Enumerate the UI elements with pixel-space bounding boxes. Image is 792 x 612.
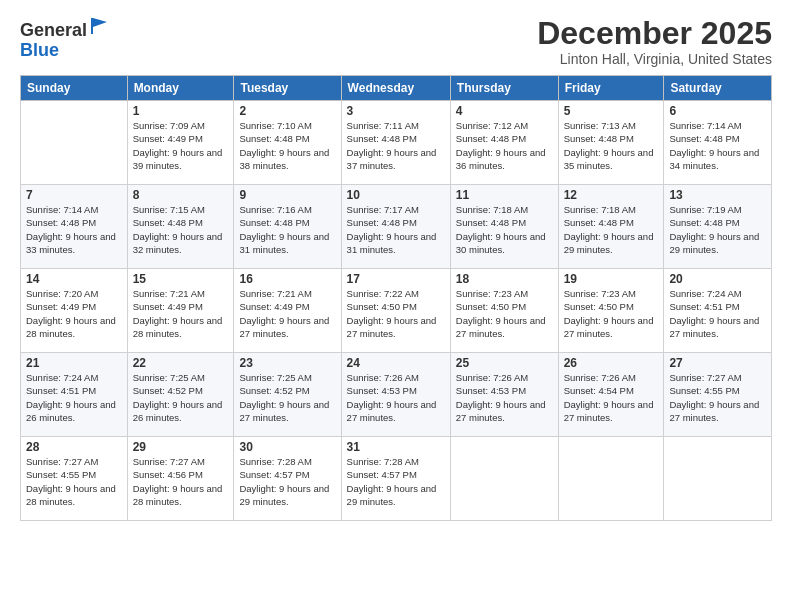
calendar-table: Sunday Monday Tuesday Wednesday Thursday… <box>20 75 772 521</box>
table-row: 9Sunrise: 7:16 AMSunset: 4:48 PMDaylight… <box>234 185 341 269</box>
day-number: 8 <box>133 188 229 202</box>
day-info: Sunrise: 7:14 AMSunset: 4:48 PMDaylight:… <box>26 204 116 255</box>
day-number: 14 <box>26 272 122 286</box>
table-row: 11Sunrise: 7:18 AMSunset: 4:48 PMDayligh… <box>450 185 558 269</box>
day-info: Sunrise: 7:18 AMSunset: 4:48 PMDaylight:… <box>456 204 546 255</box>
day-number: 22 <box>133 356 229 370</box>
day-number: 21 <box>26 356 122 370</box>
table-row <box>450 437 558 521</box>
table-row: 4Sunrise: 7:12 AMSunset: 4:48 PMDaylight… <box>450 101 558 185</box>
day-info: Sunrise: 7:15 AMSunset: 4:48 PMDaylight:… <box>133 204 223 255</box>
col-tuesday: Tuesday <box>234 76 341 101</box>
day-number: 23 <box>239 356 335 370</box>
table-row: 1Sunrise: 7:09 AMSunset: 4:49 PMDaylight… <box>127 101 234 185</box>
page: General Blue December 2025 Linton Hall, … <box>0 0 792 612</box>
table-row: 2Sunrise: 7:10 AMSunset: 4:48 PMDaylight… <box>234 101 341 185</box>
table-row: 18Sunrise: 7:23 AMSunset: 4:50 PMDayligh… <box>450 269 558 353</box>
table-row: 17Sunrise: 7:22 AMSunset: 4:50 PMDayligh… <box>341 269 450 353</box>
table-row: 8Sunrise: 7:15 AMSunset: 4:48 PMDaylight… <box>127 185 234 269</box>
day-number: 3 <box>347 104 445 118</box>
day-info: Sunrise: 7:09 AMSunset: 4:49 PMDaylight:… <box>133 120 223 171</box>
day-number: 30 <box>239 440 335 454</box>
month-title: December 2025 <box>537 16 772 51</box>
table-row: 6Sunrise: 7:14 AMSunset: 4:48 PMDaylight… <box>664 101 772 185</box>
day-info: Sunrise: 7:24 AMSunset: 4:51 PMDaylight:… <box>26 372 116 423</box>
title-block: December 2025 Linton Hall, Virginia, Uni… <box>537 16 772 67</box>
day-number: 24 <box>347 356 445 370</box>
table-row: 22Sunrise: 7:25 AMSunset: 4:52 PMDayligh… <box>127 353 234 437</box>
calendar-header-row: Sunday Monday Tuesday Wednesday Thursday… <box>21 76 772 101</box>
day-number: 20 <box>669 272 766 286</box>
day-info: Sunrise: 7:28 AMSunset: 4:57 PMDaylight:… <box>239 456 329 507</box>
day-number: 12 <box>564 188 659 202</box>
logo: General Blue <box>20 16 109 61</box>
table-row: 3Sunrise: 7:11 AMSunset: 4:48 PMDaylight… <box>341 101 450 185</box>
col-saturday: Saturday <box>664 76 772 101</box>
day-info: Sunrise: 7:10 AMSunset: 4:48 PMDaylight:… <box>239 120 329 171</box>
day-number: 2 <box>239 104 335 118</box>
table-row: 30Sunrise: 7:28 AMSunset: 4:57 PMDayligh… <box>234 437 341 521</box>
day-info: Sunrise: 7:24 AMSunset: 4:51 PMDaylight:… <box>669 288 759 339</box>
day-info: Sunrise: 7:23 AMSunset: 4:50 PMDaylight:… <box>564 288 654 339</box>
table-row: 19Sunrise: 7:23 AMSunset: 4:50 PMDayligh… <box>558 269 664 353</box>
day-number: 11 <box>456 188 553 202</box>
day-info: Sunrise: 7:28 AMSunset: 4:57 PMDaylight:… <box>347 456 437 507</box>
calendar-week-row: 1Sunrise: 7:09 AMSunset: 4:49 PMDaylight… <box>21 101 772 185</box>
day-info: Sunrise: 7:18 AMSunset: 4:48 PMDaylight:… <box>564 204 654 255</box>
day-info: Sunrise: 7:23 AMSunset: 4:50 PMDaylight:… <box>456 288 546 339</box>
table-row: 26Sunrise: 7:26 AMSunset: 4:54 PMDayligh… <box>558 353 664 437</box>
day-number: 29 <box>133 440 229 454</box>
day-info: Sunrise: 7:27 AMSunset: 4:55 PMDaylight:… <box>26 456 116 507</box>
day-number: 31 <box>347 440 445 454</box>
day-number: 4 <box>456 104 553 118</box>
day-number: 19 <box>564 272 659 286</box>
day-info: Sunrise: 7:21 AMSunset: 4:49 PMDaylight:… <box>239 288 329 339</box>
logo-general-text: General <box>20 20 87 40</box>
day-number: 27 <box>669 356 766 370</box>
day-info: Sunrise: 7:20 AMSunset: 4:49 PMDaylight:… <box>26 288 116 339</box>
day-number: 18 <box>456 272 553 286</box>
table-row: 21Sunrise: 7:24 AMSunset: 4:51 PMDayligh… <box>21 353 128 437</box>
col-sunday: Sunday <box>21 76 128 101</box>
day-info: Sunrise: 7:26 AMSunset: 4:54 PMDaylight:… <box>564 372 654 423</box>
day-number: 10 <box>347 188 445 202</box>
day-info: Sunrise: 7:25 AMSunset: 4:52 PMDaylight:… <box>133 372 223 423</box>
day-info: Sunrise: 7:26 AMSunset: 4:53 PMDaylight:… <box>456 372 546 423</box>
table-row: 27Sunrise: 7:27 AMSunset: 4:55 PMDayligh… <box>664 353 772 437</box>
day-info: Sunrise: 7:26 AMSunset: 4:53 PMDaylight:… <box>347 372 437 423</box>
table-row: 7Sunrise: 7:14 AMSunset: 4:48 PMDaylight… <box>21 185 128 269</box>
table-row <box>21 101 128 185</box>
table-row: 16Sunrise: 7:21 AMSunset: 4:49 PMDayligh… <box>234 269 341 353</box>
calendar-week-row: 14Sunrise: 7:20 AMSunset: 4:49 PMDayligh… <box>21 269 772 353</box>
day-info: Sunrise: 7:11 AMSunset: 4:48 PMDaylight:… <box>347 120 437 171</box>
table-row: 23Sunrise: 7:25 AMSunset: 4:52 PMDayligh… <box>234 353 341 437</box>
table-row: 20Sunrise: 7:24 AMSunset: 4:51 PMDayligh… <box>664 269 772 353</box>
day-info: Sunrise: 7:21 AMSunset: 4:49 PMDaylight:… <box>133 288 223 339</box>
table-row: 25Sunrise: 7:26 AMSunset: 4:53 PMDayligh… <box>450 353 558 437</box>
table-row: 31Sunrise: 7:28 AMSunset: 4:57 PMDayligh… <box>341 437 450 521</box>
day-number: 28 <box>26 440 122 454</box>
table-row <box>664 437 772 521</box>
day-number: 17 <box>347 272 445 286</box>
day-info: Sunrise: 7:17 AMSunset: 4:48 PMDaylight:… <box>347 204 437 255</box>
logo-flag-icon <box>89 16 109 36</box>
table-row: 13Sunrise: 7:19 AMSunset: 4:48 PMDayligh… <box>664 185 772 269</box>
day-info: Sunrise: 7:12 AMSunset: 4:48 PMDaylight:… <box>456 120 546 171</box>
day-number: 1 <box>133 104 229 118</box>
day-number: 13 <box>669 188 766 202</box>
day-info: Sunrise: 7:16 AMSunset: 4:48 PMDaylight:… <box>239 204 329 255</box>
day-info: Sunrise: 7:25 AMSunset: 4:52 PMDaylight:… <box>239 372 329 423</box>
table-row: 5Sunrise: 7:13 AMSunset: 4:48 PMDaylight… <box>558 101 664 185</box>
svg-marker-0 <box>91 18 107 34</box>
day-info: Sunrise: 7:22 AMSunset: 4:50 PMDaylight:… <box>347 288 437 339</box>
table-row: 24Sunrise: 7:26 AMSunset: 4:53 PMDayligh… <box>341 353 450 437</box>
day-number: 7 <box>26 188 122 202</box>
col-thursday: Thursday <box>450 76 558 101</box>
day-number: 9 <box>239 188 335 202</box>
day-info: Sunrise: 7:13 AMSunset: 4:48 PMDaylight:… <box>564 120 654 171</box>
table-row: 29Sunrise: 7:27 AMSunset: 4:56 PMDayligh… <box>127 437 234 521</box>
calendar-week-row: 7Sunrise: 7:14 AMSunset: 4:48 PMDaylight… <box>21 185 772 269</box>
day-number: 5 <box>564 104 659 118</box>
calendar-week-row: 21Sunrise: 7:24 AMSunset: 4:51 PMDayligh… <box>21 353 772 437</box>
table-row: 14Sunrise: 7:20 AMSunset: 4:49 PMDayligh… <box>21 269 128 353</box>
